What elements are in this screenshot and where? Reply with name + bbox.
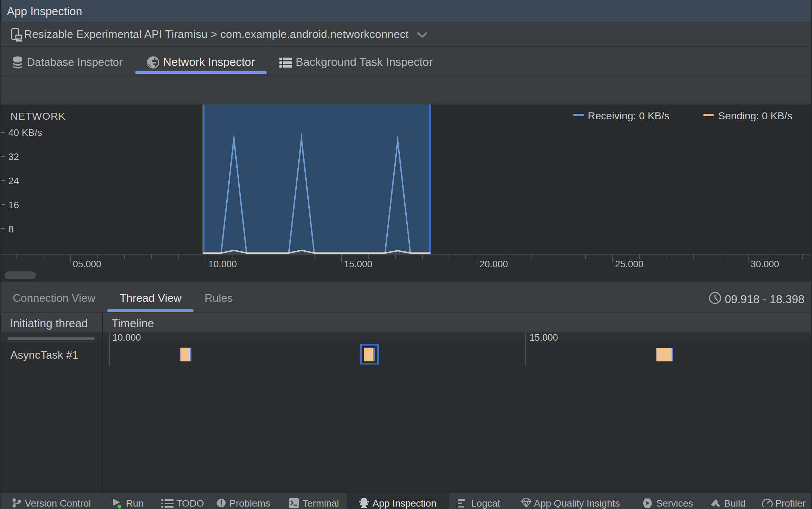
- svg-text:Sending: 0 KB/s: Sending: 0 KB/s: [718, 110, 792, 121]
- svg-text:20.000: 20.000: [479, 259, 508, 269]
- svg-text:16: 16: [8, 200, 19, 210]
- svg-text:40 KB/s: 40 KB/s: [8, 127, 42, 138]
- svg-text:32: 32: [8, 151, 19, 162]
- svg-text:NETWORK: NETWORK: [10, 110, 66, 122]
- svg-text:05.000: 05.000: [73, 259, 101, 269]
- svg-text:10.000: 10.000: [208, 259, 237, 269]
- svg-text:25.000: 25.000: [615, 259, 644, 269]
- svg-text:15.000: 15.000: [344, 259, 373, 269]
- svg-text:24: 24: [8, 176, 19, 186]
- svg-text:30.000: 30.000: [751, 259, 779, 269]
- svg-text:8: 8: [8, 224, 14, 234]
- svg-text:Receiving: 0 KB/s: Receiving: 0 KB/s: [588, 110, 670, 121]
